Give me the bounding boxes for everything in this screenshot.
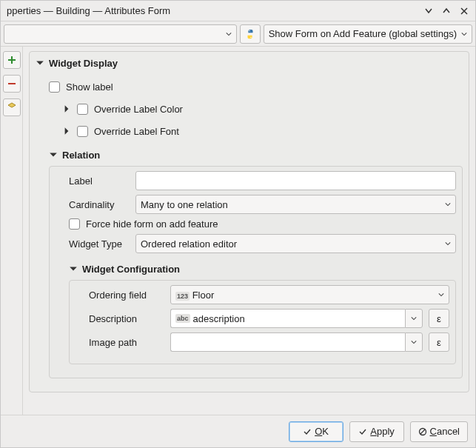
window-buttons: [423, 6, 469, 16]
chevron-down-icon: [226, 31, 232, 37]
chevron-down-icon: [445, 241, 451, 247]
chevron-down-icon: [445, 201, 451, 207]
image-path-input[interactable]: [170, 332, 405, 352]
relation-label-input[interactable]: [135, 171, 456, 190]
layer-icon: [7, 102, 17, 113]
widget-config-title: Widget Configuration: [82, 264, 180, 275]
check-icon: [358, 427, 367, 436]
layout-selector[interactable]: [4, 24, 237, 44]
apply-label: Apply: [370, 426, 395, 437]
epsilon-icon: ε: [437, 337, 441, 348]
python-button[interactable]: [240, 24, 261, 44]
widget-display-header[interactable]: Widget Display: [36, 52, 463, 74]
ordering-field-value-wrap: 123 Floor: [175, 290, 438, 301]
maximize-icon[interactable]: [441, 6, 452, 16]
override-font-text: Override Label Font: [94, 126, 179, 137]
ok-label: OK: [315, 426, 329, 437]
field-type-str-badge: abc: [175, 314, 190, 323]
side-toolbar: [1, 47, 23, 415]
plus-icon: [7, 55, 17, 65]
widget-display-title: Widget Display: [49, 58, 118, 69]
expander-down-icon: [36, 58, 44, 67]
apply-button[interactable]: Apply: [349, 421, 404, 442]
chevron-down-icon: [411, 315, 417, 321]
force-hide-text: Force hide form on add feature: [86, 218, 218, 230]
ordering-field-row: Ordering field 123 Floor: [89, 285, 449, 304]
cardinality-row: Cardinality Many to one relation: [69, 195, 456, 214]
tool-button-3[interactable]: [3, 98, 21, 116]
ordering-field-label: Ordering field: [89, 290, 164, 301]
widget-config-group: Ordering field 123 Floor Description: [69, 280, 456, 364]
window-title: pperties — Building — Attributes Form: [7, 5, 423, 16]
description-row: Description abc adescription ε: [89, 309, 449, 328]
remove-field-button[interactable]: [3, 75, 21, 93]
relation-header[interactable]: Relation: [49, 144, 463, 166]
expander-right-icon[interactable]: [62, 104, 71, 113]
relation-label-label: Label: [69, 175, 130, 187]
check-icon: [303, 427, 312, 436]
main-panel: Widget Display Show label Override Label…: [23, 47, 475, 415]
relation-label-row: Label: [69, 171, 456, 190]
ordering-field-value: Floor: [192, 290, 215, 301]
show-label-text: Show label: [66, 81, 113, 93]
force-hide-row: Force hide form on add feature: [69, 218, 456, 230]
dialog-body: Widget Display Show label Override Label…: [1, 47, 475, 415]
description-label: Description: [89, 313, 164, 324]
epsilon-icon: ε: [437, 313, 441, 324]
override-color-text: Override Label Color: [94, 104, 183, 115]
widget-type-label: Widget Type: [69, 238, 130, 250]
description-expression-button[interactable]: ε: [429, 309, 449, 328]
expander-down-icon: [49, 150, 58, 159]
toolbar: Show Form on Add Feature (global setting…: [1, 21, 475, 47]
cancel-icon: [418, 427, 427, 436]
description-value: adescription: [193, 313, 245, 324]
image-path-row: Image path ε: [89, 332, 449, 352]
override-font-checkbox[interactable]: [77, 126, 88, 137]
image-path-expression-button[interactable]: ε: [429, 332, 449, 352]
chevron-down-icon: [411, 339, 417, 345]
ok-button[interactable]: OK: [289, 421, 343, 442]
description-dropdown-toggle[interactable]: [405, 309, 423, 328]
cancel-label: Cancel: [430, 426, 460, 437]
expander-right-icon[interactable]: [62, 127, 71, 136]
dialog-footer: OK Apply Cancel: [1, 415, 475, 447]
chevron-down-icon: [461, 31, 467, 37]
svg-point-0: [249, 30, 249, 30]
override-color-checkbox[interactable]: [77, 104, 88, 115]
show-form-mode-label: Show Form on Add Feature (global setting…: [269, 28, 457, 39]
widget-config-header[interactable]: Widget Configuration: [69, 258, 456, 280]
python-icon: [245, 28, 255, 40]
svg-point-1: [250, 36, 251, 37]
ordering-field-select[interactable]: 123 Floor: [170, 285, 449, 304]
add-field-button[interactable]: [3, 51, 21, 69]
close-icon[interactable]: [459, 6, 469, 16]
show-form-mode-dropdown[interactable]: Show Form on Add Feature (global setting…: [264, 24, 472, 44]
title-bar: pperties — Building — Attributes Form: [1, 1, 475, 21]
expander-down-icon: [69, 264, 78, 273]
image-path-dropdown-toggle[interactable]: [405, 332, 423, 352]
cardinality-select[interactable]: Many to one relation: [135, 195, 456, 214]
image-path-label: Image path: [89, 337, 164, 348]
field-type-int-badge: 123: [175, 292, 190, 301]
chevron-down-icon: [438, 292, 444, 298]
relation-group: Label Cardinality Many to one relation F…: [49, 166, 463, 378]
minus-icon: [7, 78, 17, 89]
widget-type-row: Widget Type Ordered relation editor: [69, 234, 456, 253]
description-input[interactable]: abc adescription: [170, 309, 405, 328]
cardinality-value: Many to one relation: [141, 199, 445, 210]
override-color-row: Override Label Color: [62, 99, 463, 118]
override-font-row: Override Label Font: [62, 121, 463, 141]
widget-display-group: Widget Display Show label Override Label…: [29, 51, 469, 392]
cardinality-label: Cardinality: [69, 199, 130, 210]
widget-type-value: Ordered relation editor: [141, 238, 445, 250]
cancel-button[interactable]: Cancel: [410, 421, 468, 442]
show-label-checkbox[interactable]: [49, 81, 60, 93]
description-input-group: abc adescription: [170, 309, 423, 328]
widget-type-select[interactable]: Ordered relation editor: [135, 234, 456, 253]
minimize-icon[interactable]: [423, 6, 434, 16]
image-path-input-group: [170, 332, 423, 352]
show-label-row: Show label: [49, 77, 463, 96]
force-hide-checkbox[interactable]: [69, 218, 80, 230]
relation-title: Relation: [62, 150, 100, 161]
